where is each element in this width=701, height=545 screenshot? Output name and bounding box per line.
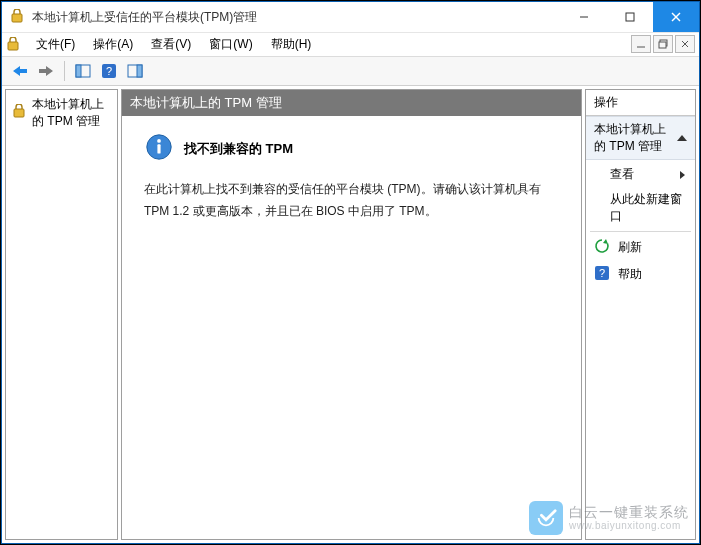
action-refresh[interactable]: 刷新 — [586, 234, 695, 261]
action-refresh-label: 刷新 — [618, 239, 642, 256]
actions-divider — [590, 231, 691, 232]
chevron-right-icon — [680, 171, 685, 179]
menu-view[interactable]: 查看(V) — [143, 34, 199, 55]
svg-rect-20 — [157, 144, 160, 153]
menu-help[interactable]: 帮助(H) — [263, 34, 320, 55]
action-new-window-label: 从此处新建窗口 — [610, 191, 687, 225]
menubar: 文件(F) 操作(A) 查看(V) 窗口(W) 帮助(H) — [2, 32, 699, 56]
titlebar: 本地计算机上受信任的平台模块(TPM)管理 — [2, 2, 699, 32]
app-icon — [10, 9, 26, 25]
refresh-icon — [594, 238, 610, 257]
window-title: 本地计算机上受信任的平台模块(TPM)管理 — [32, 9, 257, 26]
actions-list: 查看 从此处新建窗口 刷新 ? 帮助 — [586, 160, 695, 290]
tree: 本地计算机上的 TPM 管理 — [6, 90, 117, 136]
mdi-minimize-button[interactable] — [631, 35, 651, 53]
action-view-label: 查看 — [610, 166, 634, 183]
mdi-close-button[interactable] — [675, 35, 695, 53]
toolbar-separator — [64, 61, 65, 81]
mmc-window: 本地计算机上受信任的平台模块(TPM)管理 文件(F) 操作(A) 查看(V) … — [1, 1, 700, 544]
svg-text:?: ? — [106, 65, 112, 77]
svg-rect-16 — [137, 65, 142, 77]
tree-root-item[interactable]: 本地计算机上的 TPM 管理 — [8, 94, 115, 132]
info-title: 找不到兼容的 TPM — [184, 140, 293, 158]
action-help[interactable]: ? 帮助 — [586, 261, 695, 288]
help-icon: ? — [594, 265, 610, 284]
app-icon-small — [6, 37, 22, 53]
center-panel: 本地计算机上的 TPM 管理 找不到兼容的 TPM 在此计算机上找不到兼容的受信… — [121, 89, 582, 540]
svg-text:?: ? — [599, 267, 605, 279]
tree-root-label: 本地计算机上的 TPM 管理 — [32, 96, 111, 130]
actions-section-label: 本地计算机上的 TPM 管理 — [594, 121, 677, 155]
minimize-button[interactable] — [561, 2, 607, 32]
actions-section-header[interactable]: 本地计算机上的 TPM 管理 — [586, 116, 695, 160]
svg-rect-17 — [14, 109, 24, 117]
svg-rect-5 — [8, 42, 18, 50]
center-body: 找不到兼容的 TPM 在此计算机上找不到兼容的受信任的平台模块 (TPM)。请确… — [122, 116, 581, 232]
tpm-icon — [12, 104, 28, 123]
mdi-restore-button[interactable] — [653, 35, 673, 53]
actions-panel: 操作 本地计算机上的 TPM 管理 查看 从此处新建窗口 刷新 — [585, 89, 696, 540]
svg-rect-12 — [76, 65, 81, 77]
action-view[interactable]: 查看 — [586, 162, 695, 187]
toolbar: ? — [2, 56, 699, 86]
svg-rect-2 — [626, 13, 634, 21]
svg-rect-8 — [659, 42, 666, 48]
info-text: 在此计算机上找不到兼容的受信任的平台模块 (TPM)。请确认该计算机具有 TPM… — [144, 179, 559, 222]
body: 本地计算机上的 TPM 管理 本地计算机上的 TPM 管理 找不到兼容的 TPM… — [2, 86, 699, 543]
action-new-window[interactable]: 从此处新建窗口 — [586, 187, 695, 229]
svg-rect-0 — [12, 14, 22, 22]
center-header: 本地计算机上的 TPM 管理 — [122, 90, 581, 116]
back-button[interactable] — [8, 59, 32, 83]
actions-header: 操作 — [586, 90, 695, 116]
window-controls — [561, 2, 699, 32]
forward-button[interactable] — [34, 59, 58, 83]
menu-action[interactable]: 操作(A) — [85, 34, 141, 55]
help-button[interactable]: ? — [97, 59, 121, 83]
show-hide-action-pane-button[interactable] — [123, 59, 147, 83]
action-help-label: 帮助 — [618, 266, 642, 283]
collapse-icon — [677, 135, 687, 141]
info-icon — [144, 132, 174, 165]
tree-panel: 本地计算机上的 TPM 管理 — [5, 89, 118, 540]
close-button[interactable] — [653, 2, 699, 32]
menu-file[interactable]: 文件(F) — [28, 34, 83, 55]
show-hide-tree-button[interactable] — [71, 59, 95, 83]
menu-window[interactable]: 窗口(W) — [201, 34, 260, 55]
svg-point-21 — [157, 139, 161, 143]
maximize-button[interactable] — [607, 2, 653, 32]
